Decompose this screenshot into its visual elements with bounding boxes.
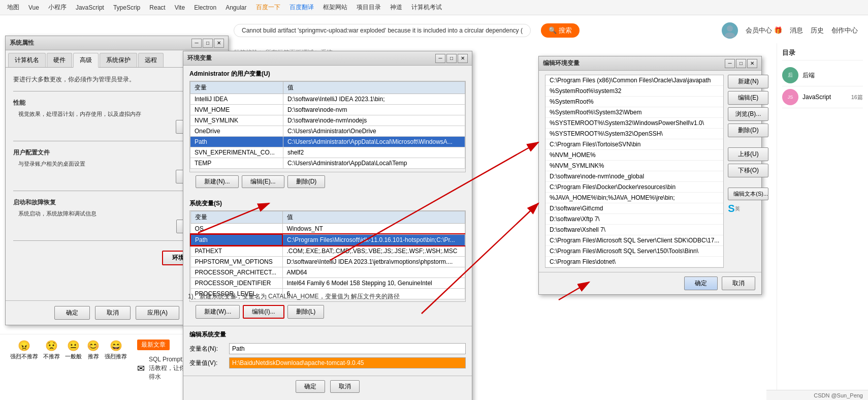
- search-button[interactable]: 🔍 搜索: [541, 23, 580, 38]
- edit-env-item-15[interactable]: C:\Program Files\Microsoft SQL Server\Cl…: [545, 235, 723, 246]
- edit-env-item-12[interactable]: D:\software\Git\cmd: [545, 203, 723, 214]
- edit-env-maximize-button[interactable]: □: [736, 59, 746, 68]
- bookmark-angular[interactable]: Angular: [222, 3, 249, 12]
- system-props-ok-button[interactable]: 确定: [54, 306, 90, 320]
- user-var-row-3[interactable]: OneDriveC:\Users\Administrator\OneDrive: [190, 126, 465, 137]
- env-ok-button[interactable]: 确定: [296, 380, 325, 393]
- bookmark-ts[interactable]: TypeScrip: [110, 3, 143, 12]
- minimize-button[interactable]: ─: [191, 39, 202, 48]
- sys-var-row-path[interactable]: PathC:\Program Files\Microsoft\jdk-11.0.…: [190, 234, 465, 245]
- sys-var-row-id[interactable]: PROCESSOR_IDENTIFIERIntel64 Family 6 Mod…: [190, 278, 465, 289]
- tab-hardware[interactable]: 硬件: [47, 53, 72, 67]
- sys-var-row-phpstorm[interactable]: PHPSTORM_VM_OPTIONSD:\software\IntelliJ …: [190, 257, 465, 267]
- sidebar-row-backend[interactable]: 后 后端: [782, 65, 863, 86]
- sys-edit-button[interactable]: 编辑(I)...: [243, 305, 284, 319]
- user-var-row-1[interactable]: NVM_HOMED:\software\node-nvm: [190, 105, 465, 115]
- bookmark-js[interactable]: JavaScript: [73, 3, 107, 12]
- maximize-button[interactable]: □: [203, 39, 213, 48]
- edit-down-button[interactable]: 下移(O): [728, 164, 768, 177]
- rating-strongly-like[interactable]: 😄 强烈推荐: [105, 340, 127, 360]
- edit-env-item-8[interactable]: %NVM_SYMLINK%: [545, 161, 723, 171]
- bookmark-translate[interactable]: 百度翻译: [286, 2, 317, 13]
- edit-env-cancel-button[interactable]: 取消: [722, 276, 755, 290]
- user-var-row-2[interactable]: NVM_SYMLINKD:\software\node-nvm\nodejs: [190, 115, 465, 126]
- bookmark-exam[interactable]: 计算机考试: [408, 2, 445, 13]
- bookmark-vue[interactable]: Vue: [25, 3, 42, 12]
- close-button[interactable]: ✕: [214, 39, 224, 48]
- edit-env-item-9[interactable]: D:\software\node-nvm\node_global: [545, 171, 723, 182]
- user-var-row-path[interactable]: PathC:\Users\Administrator\AppData\Local…: [190, 137, 465, 147]
- edit-env-item-7[interactable]: %NVM_HOME%: [545, 150, 723, 161]
- nav-create[interactable]: 创作中心: [831, 26, 858, 35]
- user-edit-button[interactable]: 编辑(E)...: [242, 175, 284, 188]
- user-del-button[interactable]: 删除(D): [287, 175, 326, 188]
- edit-env-item-16[interactable]: C:\Program Files\Microsoft SQL Server\15…: [545, 246, 723, 257]
- sidebar-count-js: 16篇: [851, 94, 863, 101]
- bookmark-vite[interactable]: Vite: [172, 3, 188, 12]
- edit-up-button[interactable]: 上移(U): [728, 147, 768, 161]
- edit-env-item-11[interactable]: %JAVA_HOME%\bin;%JAVA_HOME%\jre\bin;: [545, 193, 723, 203]
- edit-env-item-5[interactable]: %SYSTEMROOT%\System32\OpenSSH\: [545, 129, 723, 139]
- user-var-row-5[interactable]: SVN_EXPERIMENTAL_CO...shelf2: [190, 147, 465, 158]
- rating-neutral[interactable]: 😐 一般般: [65, 340, 82, 360]
- sys-del-button[interactable]: 删除(L): [287, 305, 325, 319]
- rating-strongly-dislike[interactable]: 😠 强烈不推荐: [10, 340, 38, 360]
- env-minimize-button[interactable]: ─: [435, 54, 445, 63]
- edit-edit-button[interactable]: 编辑(E): [728, 91, 768, 105]
- env-close-button[interactable]: ✕: [458, 54, 468, 63]
- sys-vars-table-container[interactable]: 变量 值 OSWindows_NT PathC:\Program Files\M…: [189, 210, 466, 302]
- rating-dislike[interactable]: 😟 不推荐: [43, 340, 60, 360]
- edit-browse-button[interactable]: 浏览(B)...: [728, 107, 768, 121]
- nav-message[interactable]: 消息: [790, 26, 803, 35]
- sys-var-row-pathext[interactable]: PATHEXT.COM;.EXE;.BAT;.CMD;.VBS;.VBE;.JS…: [190, 245, 465, 257]
- tab-computer-name[interactable]: 计算机名: [8, 53, 46, 67]
- edit-env-item-18[interactable]: D:\software\微信web开发者工具\dll: [545, 267, 723, 268]
- bookmark-react[interactable]: React: [146, 3, 168, 12]
- sidebar-row-js[interactable]: JS JavaScript 16篇: [782, 86, 863, 108]
- sys-var-row-os[interactable]: OSWindows_NT: [190, 224, 465, 235]
- edit-env-item-4[interactable]: %SYSTEMROOT%\System32\WindowsPowerShell\…: [545, 118, 723, 129]
- user-var-row-6[interactable]: TEMPC:\Users\Administrator\AppData\Local…: [190, 158, 465, 169]
- bookmark-electron[interactable]: Electron: [191, 3, 219, 12]
- env-cancel-button[interactable]: 取消: [330, 380, 360, 393]
- var-val-input[interactable]: [229, 357, 466, 368]
- status-text: CSDN @Sun_Peng: [814, 392, 863, 398]
- bookmark-project[interactable]: 项目目录: [353, 2, 384, 13]
- edit-env-close-button[interactable]: ✕: [747, 59, 757, 68]
- edit-del-button[interactable]: 删除(D): [728, 124, 768, 137]
- edit-env-item-1[interactable]: %SystemRoot%\system32: [545, 86, 723, 97]
- edit-env-minimize-button[interactable]: ─: [725, 59, 735, 68]
- edit-env-item-6[interactable]: C:\Program Files\TortoiseSVN\bin: [545, 139, 723, 150]
- edit-env-ok-button[interactable]: 确定: [684, 276, 718, 290]
- env-maximize-button[interactable]: □: [446, 54, 457, 63]
- user-new-button[interactable]: 新建(N)...: [196, 175, 239, 188]
- edit-env-item-17[interactable]: C:\Program Files\dotnet\: [545, 257, 723, 267]
- edit-new-button[interactable]: 新建(N): [728, 75, 768, 88]
- tab-remote[interactable]: 远程: [138, 53, 164, 67]
- edit-env-list[interactable]: C:\Program Files (x86)\Common Files\Orac…: [545, 75, 724, 268]
- tab-advanced[interactable]: 高级: [73, 53, 99, 68]
- sys-new-button[interactable]: 新建(W)...: [196, 305, 240, 319]
- bookmark-baidu[interactable]: 百度一下: [253, 2, 283, 13]
- user-var-row-0[interactable]: IntelliJ IDEAD:\software\IntelliJ IDEA 2…: [190, 94, 465, 105]
- nav-membership[interactable]: 会员中心 🎁: [746, 26, 782, 35]
- edit-env-item-3[interactable]: %SystemRoot%\System32\Wbem: [545, 107, 723, 118]
- tab-system-protection[interactable]: 系统保护: [100, 53, 137, 67]
- bookmark-miniapp[interactable]: 小程序: [45, 2, 70, 13]
- user-vars-table-container[interactable]: 变量 值 IntelliJ IDEAD:\software\IntelliJ I…: [189, 81, 466, 172]
- edit-env-item-13[interactable]: D:\software\Xftp 7\: [545, 214, 723, 225]
- edit-env-item-10[interactable]: C:\Program Files\Docker\Docker\resources…: [545, 182, 723, 193]
- edit-env-item-2[interactable]: %SystemRoot%: [545, 97, 723, 107]
- rating-like[interactable]: 😊 推荐: [87, 340, 100, 360]
- sys-var-row-arch[interactable]: PROCESSOR_ARCHITECT...AMD64: [190, 267, 465, 278]
- bookmark-map[interactable]: 地图: [4, 2, 22, 13]
- edit-text-button[interactable]: 编辑文本(S)...: [728, 188, 768, 200]
- edit-env-item-14[interactable]: D:\software\Xshell 7\: [545, 225, 723, 235]
- system-props-apply-button[interactable]: 应用(A): [136, 306, 179, 320]
- edit-env-item-0[interactable]: C:\Program Files (x86)\Common Files\Orac…: [545, 75, 723, 86]
- nav-history[interactable]: 历史: [811, 26, 824, 35]
- system-props-cancel-button[interactable]: 取消: [95, 306, 131, 320]
- bookmark-shendao[interactable]: 神道: [387, 2, 405, 13]
- bookmark-framework[interactable]: 框架网站: [320, 2, 350, 13]
- var-name-input[interactable]: [229, 343, 466, 354]
